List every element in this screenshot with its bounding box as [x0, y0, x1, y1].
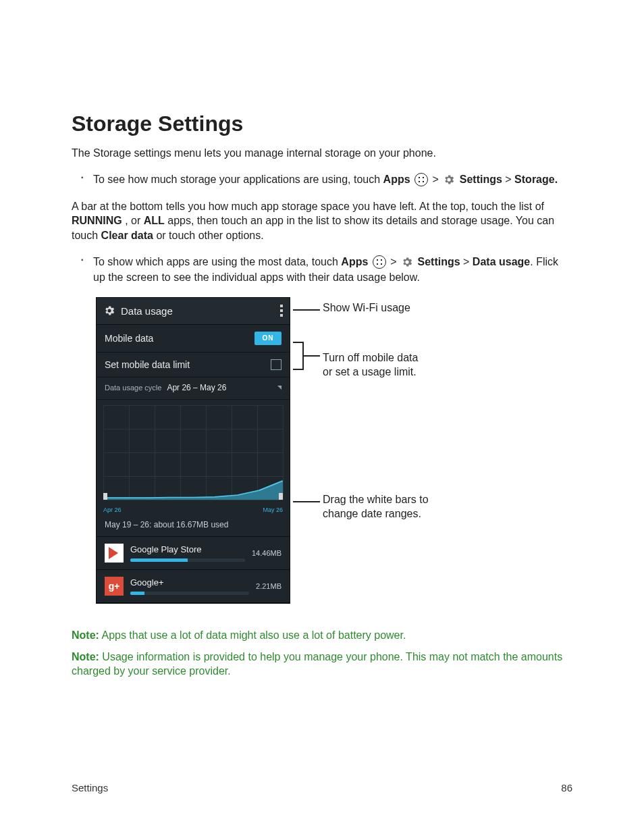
intro-paragraph: The Storage settings menu lets you manag… — [72, 146, 572, 161]
phone-screenshot: Data usage Mobile data ON Set mobile dat… — [96, 297, 290, 604]
app-name: Google Play Store — [130, 544, 245, 554]
dropdown-indicator-icon — [277, 386, 281, 390]
cycle-caption: Data usage cycle — [105, 384, 161, 392]
page-title: Storage Settings — [72, 111, 572, 136]
running-bold: RUNNING — [72, 215, 122, 226]
callout-text: change date ranges. — [323, 508, 421, 519]
note-1: Note: Apps that use a lot of data might … — [72, 628, 572, 643]
set-limit-label: Set mobile data limit — [105, 359, 190, 370]
callout-wifi: Show Wi-Fi usage — [323, 301, 410, 315]
middle-paragraph: A bar at the bottom tells you how much a… — [72, 199, 572, 243]
gt: > — [432, 174, 438, 185]
apps-bold: Apps — [383, 174, 410, 185]
gear-icon — [443, 174, 455, 186]
callout-text: Drag the white bars to — [323, 494, 429, 505]
note-text: Apps that use a lot of data might also u… — [99, 629, 406, 641]
gear-icon — [401, 256, 413, 268]
bullet-datausage: To show which apps are using the most da… — [93, 254, 572, 285]
app-row-play-store[interactable]: Google Play Store 14.46MB — [97, 537, 290, 570]
page-footer: Settings 86 — [72, 782, 572, 793]
gt: > — [463, 256, 469, 267]
set-limit-checkbox[interactable] — [271, 359, 281, 370]
overflow-menu-icon[interactable] — [280, 305, 283, 317]
play-store-icon — [105, 544, 124, 563]
app-name: Google+ — [130, 577, 249, 588]
gear-icon — [103, 305, 115, 317]
cleardata-bold: Clear data — [101, 230, 153, 241]
usage-chart[interactable]: Apr 26 May 26 — [97, 400, 290, 515]
range-handle-right[interactable] — [279, 493, 283, 500]
callout-text: Show Wi-Fi usage — [323, 302, 410, 313]
text: A bar at the bottom tells you how much a… — [72, 201, 544, 212]
storage-bold: Storage. — [514, 174, 558, 185]
note-label: Note: — [72, 651, 99, 662]
usage-summary: May 19 – 26: about 16.67MB used — [97, 515, 290, 537]
all-bold: ALL — [144, 215, 165, 226]
x-start: Apr 26 — [103, 506, 122, 513]
cycle-row[interactable]: Data usage cycle Apr 26 – May 26 — [97, 377, 290, 400]
footer-section: Settings — [72, 782, 108, 793]
settings-bold: Settings — [460, 174, 502, 185]
gt: > — [505, 174, 511, 185]
cycle-range: Apr 26 – May 26 — [167, 383, 226, 392]
range-handle-left[interactable] — [103, 493, 107, 500]
mobile-data-toggle[interactable]: ON — [254, 332, 281, 345]
apps-grid-icon — [373, 255, 386, 269]
usage-bar — [130, 592, 144, 595]
apps-grid-icon — [414, 173, 428, 186]
note-2: Note: Usage information is provided to h… — [72, 650, 572, 679]
app-value: 14.46MB — [252, 549, 281, 557]
note-label: Note: — [72, 629, 99, 641]
callout-text: or set a usage limit. — [323, 366, 417, 377]
callout-drag: Drag the white bars to change date range… — [323, 493, 429, 521]
chart-x-labels: Apr 26 May 26 — [103, 506, 283, 513]
app-value: 2.21MB — [256, 582, 281, 590]
text: or touch other options. — [156, 230, 263, 241]
x-end: May 26 — [263, 506, 283, 513]
gt: > — [390, 256, 396, 267]
settings-bold: Settings — [417, 256, 460, 267]
text: , or — [125, 215, 144, 226]
callout-text: Turn off mobile data — [323, 352, 418, 363]
figure: Data usage Mobile data ON Set mobile dat… — [96, 297, 572, 608]
google-plus-icon: g+ — [105, 577, 124, 596]
mobile-data-row: Mobile data ON — [97, 325, 290, 353]
note-text: Usage information is provided to help yo… — [72, 651, 562, 677]
bullet-storage: To see how much storage your application… — [93, 172, 572, 187]
screen-title: Data usage — [121, 305, 280, 317]
text: To show which apps are using the most da… — [93, 256, 341, 267]
callout-limit: Turn off mobile data or set a usage limi… — [323, 351, 418, 380]
screen-header: Data usage — [97, 298, 290, 325]
footer-page-number: 86 — [561, 782, 572, 793]
usage-bar — [130, 558, 188, 562]
text: To see how much storage your application… — [93, 174, 383, 185]
datausage-bold: Data usage — [473, 256, 530, 267]
chart-area — [103, 405, 283, 500]
apps-bold: Apps — [341, 256, 368, 267]
mobile-data-label: Mobile data — [105, 333, 153, 344]
app-row-google-plus[interactable]: g+ Google+ 2.21MB — [97, 570, 290, 603]
set-limit-row[interactable]: Set mobile data limit — [97, 353, 290, 377]
